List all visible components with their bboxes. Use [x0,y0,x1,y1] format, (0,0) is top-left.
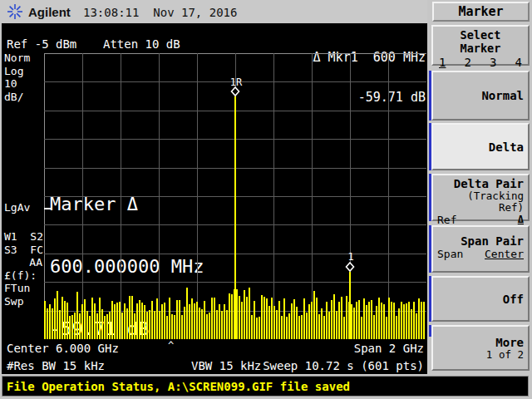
normal-button-label: Normal [481,89,524,102]
menu-title: Marker [432,2,530,22]
more-page-label: 1 of 2 [486,349,524,361]
delta-pair-label: Delta Pair [437,177,524,190]
mode-annotations: W1 S2 S3 FC AA £(f): FTun Swp [4,230,42,308]
mode-label-s3fc: S3 FC [4,244,42,257]
mode-label-aa: AA [4,256,42,269]
atten-label: Atten 10 dB [103,37,180,51]
delta-pair-button[interactable]: Delta Pair (Tracking Ref) Ref Δ [431,174,530,221]
more-button-label: More [495,336,524,349]
average-label: LgAv [4,201,42,214]
status-message: File Operation Status, A:\SCREN099.GIF f… [7,380,350,393]
graticule: 1R 1 [44,53,426,339]
marker-label-1r: 1R [230,77,242,87]
delta-pair-ref-label: Ref [437,214,456,226]
delta-pair-delta-label: Δ [518,214,524,226]
rbw-label: #Res BW 15 kHz [7,359,105,372]
datetime-label: 13:08:11 Nov 17, 2016 [83,6,237,19]
select-marker-options: 1 2 3 4 [437,55,524,69]
spectrum-trace-plot [44,53,426,339]
span-pair-center-label: Center [485,248,524,260]
select-marker-label: Select Marker [437,28,524,55]
mode-label-swp: Swp [4,295,42,308]
brand-label: Agilent [28,5,71,19]
delta-button-label: Delta [489,140,524,154]
span-pair-button[interactable]: Span Pair Span Center [431,225,530,273]
sweep-label: Sweep 10.72 s (601 pts) [263,359,424,372]
scale-label-10: 10 [4,77,42,91]
scale-label-db: dB/ [4,91,42,104]
span-label: Span 2 GHz [354,342,424,355]
agilent-logo-icon [7,3,23,20]
more-button[interactable]: More 1 of 2 [431,325,530,371]
delta-pair-sublabel: (Tracking Ref) [437,190,524,214]
select-marker-button[interactable]: Select Marker 1 2 3 4 [431,25,530,66]
normal-button[interactable]: Normal [431,71,530,121]
center-freq-label: Center 6.000 GHz [7,342,119,355]
span-pair-label: Span Pair [437,234,524,248]
crt-display: Ref -5 dBm Atten 10 dB Δ Mkr1 600 MHz -5… [2,23,427,374]
span-pair-span-label: Span [437,248,463,260]
delta-button[interactable]: Delta [431,123,530,170]
trace-caret: ^ [168,341,174,351]
off-button[interactable]: Off [431,276,530,322]
softkey-menu: Marker Select Marker 1 2 3 4 Normal Delt… [427,0,532,376]
mode-label-w1s2: W1 S2 [4,230,42,244]
status-bar: File Operation Status, A:\SCREN099.GIF f… [2,376,529,397]
vbw-label: VBW 15 kHz [191,359,261,372]
off-button-label: Off [503,293,524,306]
marker-label-1: 1 [347,252,353,262]
marker-option-2[interactable]: 2 [465,56,471,69]
mode-label-ftun: FTun [4,282,42,295]
marker-option-4[interactable]: 4 [515,56,522,69]
marker-option-3[interactable]: 3 [490,56,496,69]
mode-label-ff: £(f): [4,269,42,283]
ref-level-label: Ref -5 dBm [7,37,76,51]
scale-label-log: Log [4,65,42,78]
scale-labels: Norm Log 10 dB/ [4,52,42,103]
marker-option-1[interactable]: 1 [439,56,446,69]
scale-label-norm: Norm [4,52,42,65]
